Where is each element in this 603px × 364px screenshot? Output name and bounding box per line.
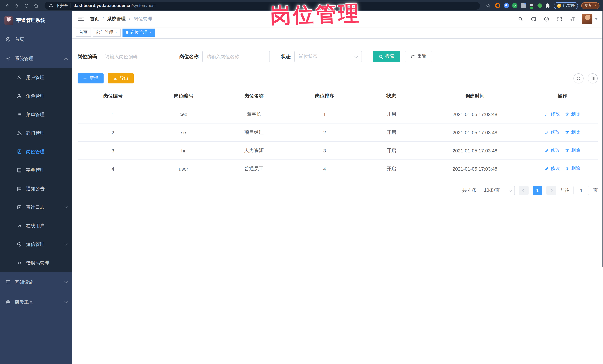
edit-link[interactable]: 修改 [545, 165, 560, 172]
search-form: 岗位编码 岗位名称 状态 岗位状态 搜索 [78, 51, 598, 62]
search-button[interactable]: 搜索 [373, 51, 400, 62]
refresh-button[interactable] [574, 73, 584, 83]
breadcrumb-system[interactable]: 系统管理 [107, 16, 126, 22]
sidebar-group-sms-mgmt[interactable]: 短信管理 [0, 235, 72, 254]
delete-label: 删除 [571, 129, 580, 135]
delete-link[interactable]: 删除 [565, 147, 580, 154]
col-create-time: 创建时间 [423, 87, 527, 105]
paused-chip[interactable]: 已暂停 [554, 2, 578, 9]
sidebar-item-notice[interactable]: 通知公告 [0, 179, 72, 198]
extension-ring-icon[interactable] [495, 3, 500, 8]
edit-link[interactable]: 修改 [545, 147, 560, 154]
post-name-input[interactable] [202, 51, 270, 62]
reset-button-label: 重置 [417, 53, 427, 60]
status-label: 状态 [281, 53, 291, 60]
list-icon [16, 112, 22, 117]
sidebar-item-role-mgmt[interactable]: 角色管理 [0, 87, 72, 105]
close-icon[interactable]: × [149, 31, 151, 34]
reset-button[interactable]: 重置 [405, 51, 432, 62]
cell-post-sort: 2 [289, 123, 360, 142]
sidebar-group-label: 系统管理 [15, 55, 34, 62]
delete-label: 删除 [571, 147, 580, 154]
forward-icon[interactable] [13, 2, 20, 9]
reload-icon[interactable] [23, 2, 30, 9]
monitor-icon [5, 279, 11, 285]
sidebar-item-online-users[interactable]: 在线用户 [0, 217, 72, 235]
sidebar-item-home[interactable]: 首页 [0, 30, 72, 49]
browser-menu-icon[interactable] [595, 4, 596, 7]
edit-link[interactable]: 修改 [545, 111, 560, 117]
page-content: 岗位编码 岗位名称 状态 岗位状态 搜索 [72, 39, 603, 364]
org-tree-icon [16, 130, 22, 136]
extension-console-icon[interactable] [529, 3, 534, 8]
page-number-1[interactable]: 1 [533, 186, 542, 195]
delete-link[interactable]: 删除 [565, 165, 580, 172]
browser-update-button[interactable]: 更新 [581, 2, 599, 9]
sidebar-item-menu-mgmt[interactable]: 菜单管理 [0, 105, 72, 124]
extension-check-icon[interactable] [512, 3, 517, 8]
tab-dept-mgmt[interactable]: 部门管理 × [93, 28, 121, 36]
url-host: dashboard.yudao.iocoder.cn [73, 3, 132, 8]
chevron-down-icon [64, 280, 68, 284]
sidebar-group-audit-log[interactable]: 审计日志 [0, 198, 72, 217]
table-row: 4 user 普通员工 4 开启 2021-01-05 17:03:48 修改删… [78, 160, 598, 178]
tab-post-mgmt[interactable]: 岗位管理 × [123, 28, 155, 36]
status-select[interactable]: 岗位状态 [294, 51, 362, 62]
fullscreen-icon[interactable] [556, 16, 563, 22]
sidebar-submenu-system: 用户管理 角色管理 菜单管理 [0, 68, 72, 272]
breadcrumb-separator: / [103, 16, 104, 22]
cell-post-name: 项目经理 [219, 123, 289, 142]
delete-link[interactable]: 删除 [565, 111, 580, 117]
user-menu[interactable] [582, 14, 598, 24]
cell-post-code: user [148, 160, 219, 178]
delete-link[interactable]: 删除 [565, 129, 580, 135]
hamburger-icon[interactable] [78, 17, 84, 21]
font-size-icon[interactable] [569, 16, 576, 22]
export-button[interactable]: 导出 [108, 73, 134, 83]
cell-actions: 修改删除 [527, 105, 598, 123]
extension-pin-icon[interactable] [504, 3, 509, 8]
back-icon[interactable] [4, 2, 10, 9]
cell-actions: 修改删除 [527, 160, 598, 178]
gear-icon [5, 56, 11, 61]
announcement-icon [16, 186, 22, 192]
help-icon[interactable] [543, 16, 550, 22]
close-icon[interactable]: × [115, 31, 117, 34]
extensions-puzzle-icon[interactable] [545, 3, 550, 8]
edit-link[interactable]: 修改 [545, 129, 560, 135]
page-scrollbar[interactable] [602, 11, 603, 267]
next-page-button[interactable] [546, 186, 556, 195]
github-icon[interactable] [530, 16, 537, 22]
goto-page-input[interactable] [573, 186, 589, 195]
extension-leaf-icon[interactable] [537, 3, 543, 9]
table-settings [574, 73, 598, 83]
sidebar-item-dict-mgmt[interactable]: 字典管理 [0, 161, 72, 179]
extension-keys-icon[interactable] [521, 3, 526, 8]
sidebar-item-post-mgmt[interactable]: 岗位管理 [0, 143, 72, 161]
sidebar-group-system[interactable]: 系统管理 [0, 49, 72, 68]
search-button-label: 搜索 [385, 53, 394, 60]
app-logo-row[interactable]: 芋道管理系统 [0, 11, 72, 30]
add-button[interactable]: 新增 [78, 73, 104, 83]
sidebar-item-label: 菜单管理 [26, 111, 45, 118]
search-icon[interactable] [517, 16, 524, 22]
sidebar-item-dept-mgmt[interactable]: 部门管理 [0, 124, 72, 143]
prev-page-button[interactable] [519, 186, 529, 195]
bookmark-star-icon[interactable] [485, 2, 492, 9]
post-code-input[interactable] [101, 51, 168, 62]
tab-home[interactable]: 首页 [76, 28, 91, 36]
breadcrumb-home[interactable]: 首页 [90, 16, 99, 22]
sidebar-group-devtools[interactable]: 研发工具 [0, 292, 72, 312]
sidebar-item-error-code[interactable]: 错误码管理 [0, 254, 72, 272]
page-size-select[interactable]: 10条/页 [481, 186, 515, 195]
post-name-label: 岗位名称 [179, 53, 198, 60]
sidebar-group-infrastructure[interactable]: 基础设施 [0, 272, 72, 292]
sidebar-item-user-mgmt[interactable]: 用户管理 [0, 68, 72, 87]
address-bar[interactable]: 不安全 dashboard.yudao.iocoder.cn/system/po… [45, 2, 480, 10]
col-status: 状态 [360, 87, 423, 105]
add-button-label: 新增 [90, 75, 98, 81]
column-settings-button[interactable] [588, 73, 598, 83]
tags-view-bar: 首页 部门管理 × 岗位管理 × [72, 27, 603, 39]
page-url: dashboard.yudao.iocoder.cn/system/post [73, 3, 156, 8]
home-icon[interactable] [33, 2, 39, 9]
